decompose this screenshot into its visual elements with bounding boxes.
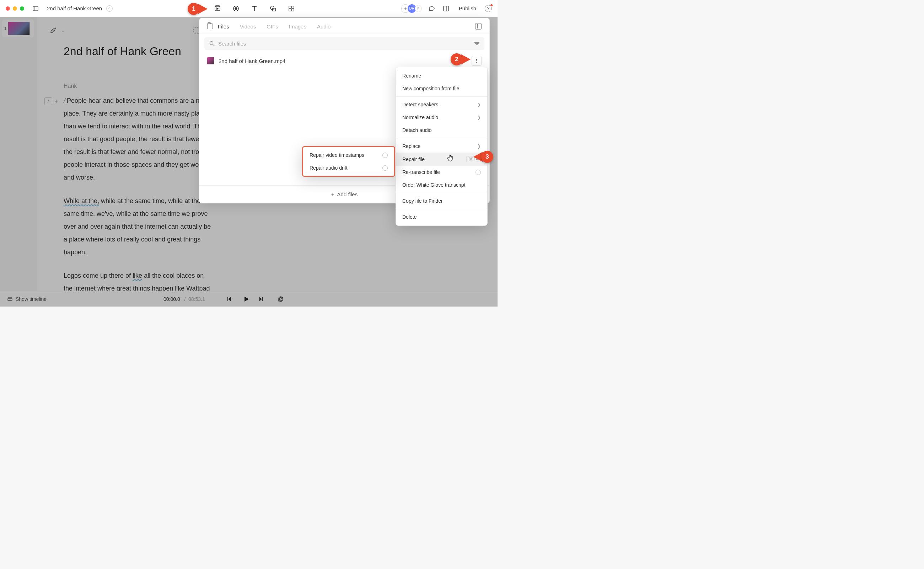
svg-point-24 bbox=[210, 42, 213, 45]
shapes-tool-icon[interactable] bbox=[269, 4, 277, 13]
search-input[interactable] bbox=[218, 41, 471, 47]
chevron-right-icon: ❯ bbox=[477, 144, 481, 149]
minimize-window-icon[interactable] bbox=[13, 6, 17, 11]
callout-3: 3 bbox=[473, 151, 493, 163]
menu-retranscribe[interactable]: Re-transcribe filei bbox=[396, 166, 487, 178]
menu-separator bbox=[396, 96, 487, 97]
collaborator-avatar-2[interactable]: F bbox=[415, 5, 422, 12]
file-name: 2nd half of Hank Green.mp4 bbox=[218, 58, 285, 64]
menu-separator bbox=[396, 209, 487, 209]
help-icon[interactable]: ? bbox=[485, 5, 492, 12]
arrow-right-icon bbox=[461, 55, 470, 64]
info-icon: i bbox=[382, 152, 388, 158]
tab-videos[interactable]: Videos bbox=[240, 23, 256, 29]
menu-delete[interactable]: Delete bbox=[396, 210, 487, 223]
file-context-menu: Rename New composition from file Detect … bbox=[396, 67, 488, 226]
publish-button[interactable]: Publish bbox=[456, 4, 479, 13]
submenu-repair-drift[interactable]: Repair audio drifti bbox=[303, 161, 394, 174]
submenu-repair-timestamps[interactable]: Repair video timestampsi bbox=[303, 149, 394, 161]
arrow-right-icon bbox=[198, 4, 208, 14]
cursor-icon bbox=[447, 154, 454, 161]
plus-icon: + bbox=[331, 191, 334, 197]
svg-rect-11 bbox=[292, 6, 294, 8]
menu-rename[interactable]: Rename bbox=[396, 69, 487, 82]
callout-2: 2 bbox=[451, 53, 470, 65]
panel-toggle-icon[interactable] bbox=[442, 4, 450, 13]
menu-separator bbox=[396, 138, 487, 138]
status-check-icon bbox=[106, 5, 113, 12]
info-icon: i bbox=[475, 170, 481, 175]
chevron-right-icon: ❯ bbox=[477, 102, 481, 107]
search-files-field[interactable] bbox=[204, 37, 484, 50]
chevron-right-icon: ❯ bbox=[477, 115, 481, 120]
callout-1: 1 bbox=[188, 3, 208, 15]
media-library-icon[interactable] bbox=[213, 4, 222, 13]
templates-icon[interactable] bbox=[287, 4, 296, 13]
sidebar-toggle-icon[interactable] bbox=[31, 4, 40, 13]
repair-submenu: Repair video timestampsi Repair audio dr… bbox=[302, 146, 395, 177]
window-controls[interactable] bbox=[6, 6, 24, 11]
svg-marker-3 bbox=[217, 8, 218, 10]
tab-audio[interactable]: Audio bbox=[317, 23, 331, 29]
svg-rect-0 bbox=[33, 6, 38, 11]
menu-detach-audio[interactable]: Detach audio bbox=[396, 124, 487, 137]
close-window-icon[interactable] bbox=[6, 6, 10, 11]
tab-images[interactable]: Images bbox=[289, 23, 306, 29]
file-more-button[interactable] bbox=[472, 56, 481, 66]
app-toolbar: 2nd half of Hank Green + DR F Pu bbox=[0, 0, 498, 17]
menu-normalize-audio[interactable]: Normalize audio❯ bbox=[396, 111, 487, 124]
add-files-label: Add files bbox=[337, 191, 358, 197]
menu-detect-speakers[interactable]: Detect speakers❯ bbox=[396, 98, 487, 111]
project-title: 2nd half of Hank Green bbox=[47, 5, 102, 11]
menu-new-composition[interactable]: New composition from file bbox=[396, 82, 487, 95]
svg-point-28 bbox=[476, 62, 477, 62]
tab-gifs[interactable]: GIFs bbox=[267, 23, 278, 29]
svg-rect-12 bbox=[289, 9, 291, 11]
svg-point-5 bbox=[235, 8, 237, 10]
comments-icon[interactable] bbox=[428, 4, 436, 13]
text-tool-icon[interactable] bbox=[250, 4, 259, 13]
menu-copy-to-finder[interactable]: Copy file to Finder bbox=[396, 195, 487, 207]
more-vertical-icon bbox=[474, 58, 479, 63]
svg-line-25 bbox=[213, 44, 214, 46]
record-icon[interactable] bbox=[232, 4, 240, 13]
svg-rect-10 bbox=[289, 6, 291, 8]
tab-files[interactable]: Files bbox=[218, 23, 229, 29]
svg-point-27 bbox=[476, 61, 477, 61]
menu-separator bbox=[396, 193, 487, 193]
maximize-window-icon[interactable] bbox=[20, 6, 24, 11]
collapse-panel-icon[interactable] bbox=[475, 23, 481, 29]
search-icon bbox=[209, 41, 215, 46]
svg-point-26 bbox=[476, 59, 477, 60]
svg-rect-14 bbox=[443, 6, 449, 11]
folder-icon bbox=[207, 23, 213, 29]
filter-icon[interactable] bbox=[475, 42, 479, 45]
svg-point-8 bbox=[270, 6, 274, 10]
info-icon: i bbox=[382, 165, 388, 171]
svg-rect-13 bbox=[292, 9, 294, 11]
file-thumbnail-icon bbox=[207, 57, 214, 64]
menu-white-glove[interactable]: Order White Glove transcript bbox=[396, 178, 487, 191]
